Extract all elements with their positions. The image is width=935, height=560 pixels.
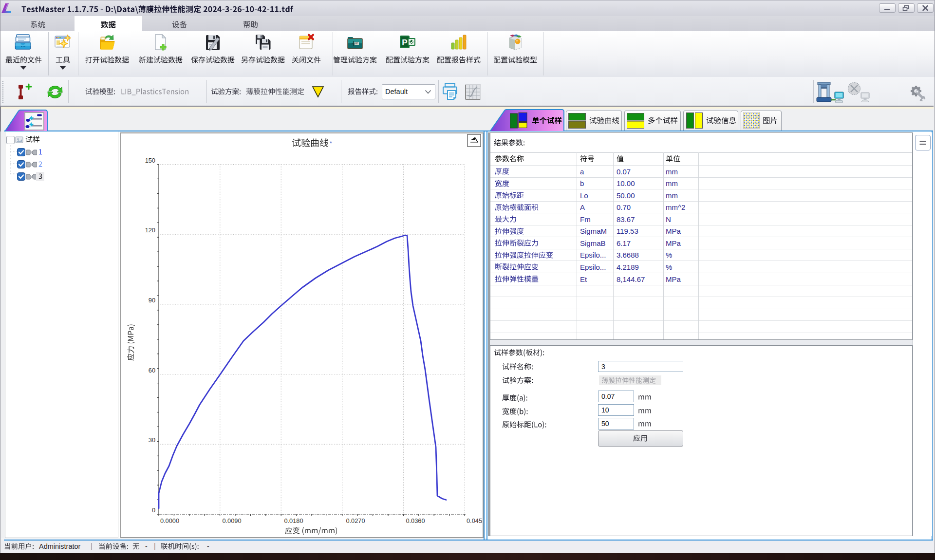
svg-text:0.0360: 0.0360 xyxy=(406,517,425,524)
svg-text:30: 30 xyxy=(149,436,155,444)
svg-text:150: 150 xyxy=(145,157,155,164)
svg-text:0.0270: 0.0270 xyxy=(346,517,365,524)
svg-text:P: P xyxy=(402,38,407,47)
svg-text:120: 120 xyxy=(145,226,155,234)
svg-text:90: 90 xyxy=(149,297,155,304)
svg-text:0: 0 xyxy=(152,506,155,514)
svg-text:0.0000: 0.0000 xyxy=(160,517,179,524)
svg-text:60: 60 xyxy=(149,367,155,374)
svg-text:0.0180: 0.0180 xyxy=(284,517,303,524)
svg-text:0.0090: 0.0090 xyxy=(222,517,241,524)
svg-text:0.045: 0.045 xyxy=(467,517,482,524)
